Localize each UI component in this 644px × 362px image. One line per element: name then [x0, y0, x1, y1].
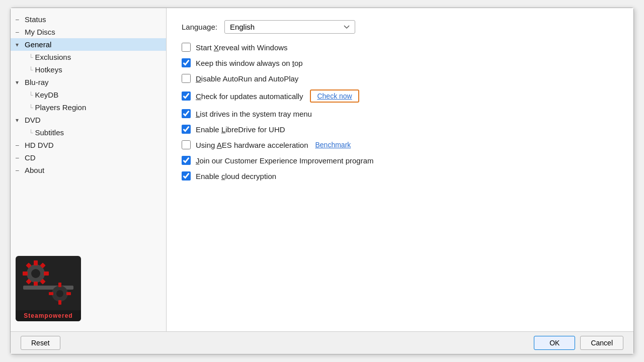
- expander-about: –: [16, 167, 25, 174]
- footer-right: OK Cancel: [534, 336, 623, 350]
- svg-rect-4: [44, 272, 49, 276]
- checkbox-check-updates[interactable]: [182, 92, 191, 101]
- language-select[interactable]: English French German Spanish Italian Ja…: [224, 20, 355, 34]
- sidebar-label-general: General: [25, 40, 161, 49]
- checkbox-customer-experience[interactable]: [182, 156, 191, 165]
- sidebar-item-about[interactable]: – About: [11, 164, 166, 176]
- label-keep-on-top[interactable]: Keep this window always on top: [196, 59, 303, 67]
- sidebar-item-dvd[interactable]: ▾ DVD: [11, 114, 166, 126]
- dialog-body: – Status – My Discs ▾ General └ Exclusio…: [11, 8, 633, 331]
- sidebar-label-my-discs: My Discs: [25, 28, 161, 36]
- checkbox-row-keep-on-top: Keep this window always on top: [182, 58, 618, 67]
- sidebar-item-status[interactable]: – Status: [11, 13, 166, 26]
- language-label: Language:: [182, 23, 217, 31]
- sidebar-item-players-region[interactable]: └ Players Region: [11, 101, 166, 114]
- expander-cd: –: [16, 154, 25, 161]
- svg-rect-2: [34, 260, 38, 265]
- logo-label: Steampowered: [16, 310, 81, 321]
- sidebar-item-hotkeys[interactable]: └ Hotkeys: [11, 63, 166, 76]
- expander-hd-dvd: –: [16, 142, 25, 149]
- sidebar-item-hd-dvd[interactable]: – HD DVD: [11, 139, 166, 151]
- sidebar-item-general[interactable]: ▾ General: [11, 38, 166, 51]
- svg-point-1: [31, 269, 40, 278]
- svg-rect-5: [23, 272, 28, 276]
- expander-blu-ray: ▾: [16, 79, 25, 86]
- expander-my-discs: –: [16, 29, 25, 36]
- svg-rect-14: [58, 300, 61, 305]
- checkbox-row-check-updates: Check for updates automatically Check no…: [182, 89, 618, 103]
- checkbox-enable-libredrive[interactable]: [182, 125, 191, 134]
- svg-rect-13: [58, 283, 61, 287]
- label-cloud-decryption[interactable]: Enable cloud decryption: [196, 172, 276, 180]
- checkbox-row-disable-autorun: Disable AutoRun and AutoPlay: [182, 74, 618, 83]
- checkbox-row-start-xreveal: Start Xreveal with Windows: [182, 43, 618, 52]
- sidebar-label-status: Status: [25, 15, 161, 24]
- logo-box: Steampowered: [16, 256, 81, 321]
- logo-svg: [21, 259, 76, 307]
- label-list-drives[interactable]: List drives in the system tray menu: [196, 110, 312, 118]
- cancel-button[interactable]: Cancel: [580, 336, 623, 350]
- sidebar-label-about: About: [25, 166, 161, 174]
- label-disable-autorun[interactable]: Disable AutoRun and AutoPlay: [196, 74, 298, 83]
- sidebar-label-subtitles: Subtitles: [35, 128, 161, 137]
- expander-status: –: [16, 16, 25, 23]
- label-check-updates[interactable]: Check for updates automatically: [196, 92, 303, 101]
- reset-button[interactable]: Reset: [21, 336, 60, 350]
- checkbox-aes-hardware[interactable]: [182, 140, 191, 149]
- sidebar-label-hotkeys: Hotkeys: [35, 65, 161, 74]
- sidebar-item-exclusions[interactable]: └ Exclusions: [11, 51, 166, 63]
- ok-button[interactable]: OK: [534, 336, 575, 350]
- checkbox-list-drives[interactable]: [182, 109, 191, 118]
- logo-area: Steampowered: [11, 251, 166, 326]
- connector-exclusions: └: [29, 54, 33, 61]
- label-start-xreveal[interactable]: Start Xreveal with Windows: [196, 43, 288, 52]
- connector-subtitles: └: [29, 129, 33, 136]
- benchmark-link[interactable]: Benchmark: [315, 141, 351, 149]
- svg-point-12: [56, 290, 63, 297]
- connector-players-region: └: [29, 104, 33, 111]
- sidebar-item-keydb[interactable]: └ KeyDB: [11, 88, 166, 101]
- connector-keydb: └: [29, 92, 33, 99]
- sidebar-label-cd: CD: [25, 153, 161, 162]
- sidebar-label-dvd: DVD: [25, 116, 161, 124]
- settings-dialog: – Status – My Discs ▾ General └ Exclusio…: [10, 8, 634, 354]
- svg-rect-16: [49, 292, 53, 295]
- checkbox-start-xreveal[interactable]: [182, 43, 191, 52]
- sidebar-label-players-region: Players Region: [35, 103, 161, 112]
- sidebar-item-blu-ray[interactable]: ▾ Blu-ray: [11, 76, 166, 88]
- expander-general: ▾: [16, 41, 25, 48]
- sidebar-label-exclusions: Exclusions: [35, 53, 161, 61]
- checkbox-keep-on-top[interactable]: [182, 58, 191, 67]
- sidebar-label-keydb: KeyDB: [35, 90, 161, 99]
- sidebar-label-hd-dvd: HD DVD: [25, 141, 161, 149]
- checkbox-cloud-decryption[interactable]: [182, 171, 191, 180]
- main-content: Language: English French German Spanish …: [167, 8, 633, 331]
- checkbox-disable-autorun[interactable]: [182, 74, 191, 83]
- label-enable-libredrive[interactable]: Enable LibreDrive for UHD: [196, 125, 285, 134]
- dialog-footer: Reset OK Cancel: [11, 331, 633, 354]
- label-aes-hardware[interactable]: Using AES hardware acceleration: [196, 141, 308, 149]
- svg-rect-15: [66, 292, 71, 295]
- sidebar-label-blu-ray: Blu-ray: [25, 78, 161, 86]
- checkbox-row-list-drives: List drives in the system tray menu: [182, 109, 618, 118]
- language-row: Language: English French German Spanish …: [182, 20, 618, 34]
- checkbox-row-customer-experience: Join our Customer Experience Improvement…: [182, 156, 618, 165]
- connector-hotkeys: └: [29, 66, 33, 73]
- sidebar: – Status – My Discs ▾ General └ Exclusio…: [11, 8, 167, 331]
- check-now-button[interactable]: Check now: [310, 89, 359, 103]
- expander-dvd: ▾: [16, 117, 25, 124]
- sidebar-item-my-discs[interactable]: – My Discs: [11, 26, 166, 38]
- checkbox-row-aes-hardware: Using AES hardware acceleration Benchmar…: [182, 140, 618, 149]
- logo-gears: [16, 256, 81, 310]
- sidebar-item-cd[interactable]: – CD: [11, 151, 166, 164]
- checkbox-row-enable-libredrive: Enable LibreDrive for UHD: [182, 125, 618, 134]
- label-customer-experience[interactable]: Join our Customer Experience Improvement…: [196, 156, 373, 165]
- checkbox-row-cloud-decryption: Enable cloud decryption: [182, 171, 618, 180]
- footer-left: Reset: [21, 336, 60, 350]
- sidebar-item-subtitles[interactable]: └ Subtitles: [11, 126, 166, 139]
